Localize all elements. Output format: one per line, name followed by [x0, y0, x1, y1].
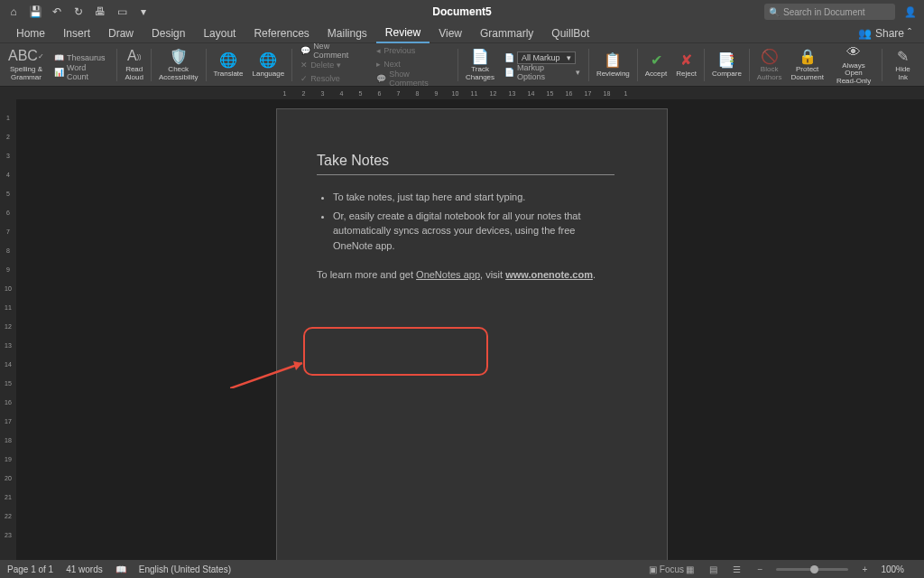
show-icon: 💬 [376, 74, 386, 83]
share-icon: 👥 [858, 27, 872, 40]
tab-bar: HomeInsertDrawDesignLayoutReferencesMail… [0, 23, 924, 43]
read-aloud-button[interactable]: A))ReadAloud [120, 43, 147, 86]
bullet-item[interactable]: To take notes, just tap here and start t… [333, 190, 605, 205]
home-icon[interactable]: ⌂ [5, 4, 22, 20]
search-input[interactable]: 🔍 Search in Document [764, 4, 895, 20]
tab-design[interactable]: Design [143, 23, 194, 43]
book-icon: 📖 [54, 53, 64, 62]
tab-references[interactable]: References [245, 23, 318, 43]
zoom-value[interactable]: 100% [881, 564, 904, 574]
learn-more-text[interactable]: To learn more and get OneNotes app, visi… [317, 269, 627, 280]
tab-draw[interactable]: Draw [99, 23, 143, 43]
tab-mailings[interactable]: Mailings [319, 23, 376, 43]
tab-review[interactable]: Review [376, 23, 430, 43]
prev-icon: ◂ [376, 46, 381, 55]
view-web-icon[interactable]: ▤ [706, 563, 720, 575]
doc-icon: 📄 [504, 53, 514, 62]
page-heading[interactable]: Take Notes [317, 153, 614, 175]
new-comment-button[interactable]: 💬New Comment [295, 43, 371, 58]
track-changes-button[interactable]: 📄TrackChanges [461, 43, 499, 86]
translate-button[interactable]: 🌐Translate [208, 43, 247, 86]
check-accessibility-button[interactable]: 🛡️CheckAccessibility [154, 43, 203, 86]
bullet-item[interactable]: Or, easily create a digital notebook for… [333, 209, 605, 254]
doc-icon[interactable]: ▭ [114, 4, 130, 20]
vertical-ruler[interactable]: 1234567891011121314151617181920212223 [0, 99, 16, 560]
zoom-thumb[interactable] [810, 565, 818, 573]
reviewing-pane-button[interactable]: 📋Reviewing [592, 43, 634, 86]
ribbon: ABC✓Spelling &Grammar 📖Thesaurus 📊Word C… [0, 43, 924, 87]
document-canvas[interactable]: Take Notes To take notes, just tap here … [16, 99, 924, 560]
dropdown-icon[interactable]: ▾ [135, 4, 152, 20]
view-outline-icon[interactable]: ☰ [729, 563, 744, 575]
share-button[interactable]: 👥 Share ˆ [858, 27, 911, 40]
tab-home[interactable]: Home [7, 23, 54, 43]
spelling-grammar-button[interactable]: ABC✓Spelling &Grammar [4, 43, 49, 86]
resolve-button[interactable]: ✓Resolve [295, 72, 371, 87]
page-indicator[interactable]: Page 1 of 1 [7, 564, 53, 574]
always-open-readonly-button[interactable]: 👁Always OpenRead-Only [828, 43, 879, 86]
delete-comment-button[interactable]: ✕Delete▾ [295, 58, 371, 72]
markup-options-button[interactable]: 📄Markup Options▾ [499, 65, 586, 79]
tab-quillbot[interactable]: QuillBot [542, 23, 598, 43]
tab-insert[interactable]: Insert [54, 23, 99, 43]
comment-icon: 💬 [300, 46, 310, 55]
titlebar: ⌂ 💾 ↶ ↻ 🖶 ▭ ▾ Document5 🔍 Search in Docu… [0, 0, 924, 23]
search-icon: 🔍 [769, 7, 780, 17]
tab-layout[interactable]: Layout [194, 23, 245, 43]
word-count[interactable]: 41 words [66, 564, 103, 574]
search-placeholder: Search in Document [783, 7, 865, 17]
stats-icon: 📊 [54, 68, 64, 77]
print-icon[interactable]: 🖶 [92, 4, 108, 20]
spell-check-icon[interactable]: 📖 [116, 564, 126, 574]
options-icon: 📄 [504, 68, 514, 77]
reject-button[interactable]: ✘Reject [671, 43, 701, 86]
workspace: 1234567891011121314151617181920212223 Ta… [0, 99, 924, 560]
language-button[interactable]: 🌐Language [248, 43, 290, 86]
next-icon: ▸ [376, 60, 381, 69]
zoom-out-button[interactable]: − [753, 563, 767, 575]
chevron-up-icon: ˆ [908, 27, 911, 40]
block-authors-button[interactable]: 🚫BlockAuthors [753, 43, 787, 86]
user-avatar-icon[interactable]: 👤 [902, 4, 919, 20]
accept-button[interactable]: ✔Accept [641, 43, 671, 86]
page[interactable]: Take Notes To take notes, just tap here … [276, 108, 668, 560]
share-label: Share [875, 27, 904, 40]
onenote-link[interactable]: www.onenote.com [505, 269, 593, 280]
tab-grammarly[interactable]: Grammarly [471, 23, 542, 43]
resolve-icon: ✓ [300, 74, 308, 83]
previous-comment-button[interactable]: ◂Previous [371, 43, 455, 58]
view-print-icon[interactable]: ▦ [682, 563, 697, 575]
compare-button[interactable]: 📑Compare [707, 43, 746, 86]
protect-document-button[interactable]: 🔒ProtectDocument [786, 43, 827, 86]
save-icon[interactable]: 💾 [27, 4, 43, 20]
zoom-slider[interactable] [776, 568, 848, 571]
show-comments-button[interactable]: 💬Show Comments [371, 71, 455, 86]
delete-icon: ✕ [300, 61, 308, 70]
tab-view[interactable]: View [430, 23, 471, 43]
status-bar: Page 1 of 1 41 words 📖 English (United S… [0, 560, 924, 578]
word-count-button[interactable]: 📊Word Count [49, 65, 115, 79]
onenotes-app-link[interactable]: OneNotes app [416, 269, 480, 280]
undo-icon[interactable]: ↶ [49, 4, 65, 20]
zoom-in-button[interactable]: + [857, 563, 872, 575]
horizontal-ruler[interactable]: 1234567891011121314151617181 [0, 87, 924, 99]
redo-icon[interactable]: ↻ [70, 4, 87, 20]
document-title: Document5 [432, 5, 491, 18]
focus-button[interactable]: ▣ Focus [659, 563, 673, 575]
hide-ink-button[interactable]: ✎Hide Ink [885, 43, 920, 86]
language-indicator[interactable]: English (United States) [139, 564, 231, 574]
